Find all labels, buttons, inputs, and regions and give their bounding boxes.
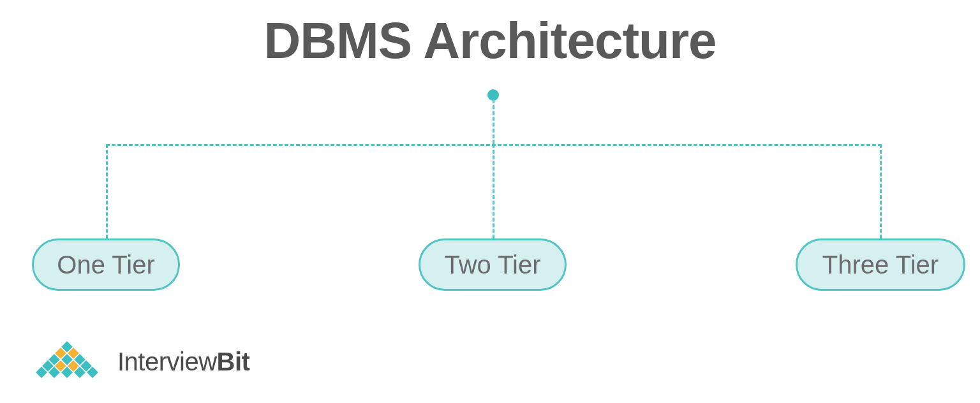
brand-name: InterviewBit: [117, 348, 249, 376]
brand-logo: InterviewBit: [26, 337, 249, 386]
brand-name-part2: Bit: [217, 348, 250, 376]
node-one-tier: One Tier: [32, 238, 180, 291]
node-three-tier: Three Tier: [796, 238, 965, 291]
diagram-title: DBMS Architecture: [0, 11, 980, 70]
node-two-tier: Two Tier: [419, 238, 567, 291]
node-label: One Tier: [57, 251, 154, 279]
connector-mid-vertical: [493, 144, 494, 238]
brand-name-part1: Interview: [117, 348, 217, 376]
connector-root-vertical: [493, 99, 494, 144]
node-label: Three Tier: [822, 251, 939, 279]
connector-left-vertical: [106, 144, 108, 238]
node-label: Two Tier: [444, 251, 540, 279]
interviewbit-logo-icon: [26, 337, 108, 386]
connector-right-vertical: [880, 144, 882, 238]
